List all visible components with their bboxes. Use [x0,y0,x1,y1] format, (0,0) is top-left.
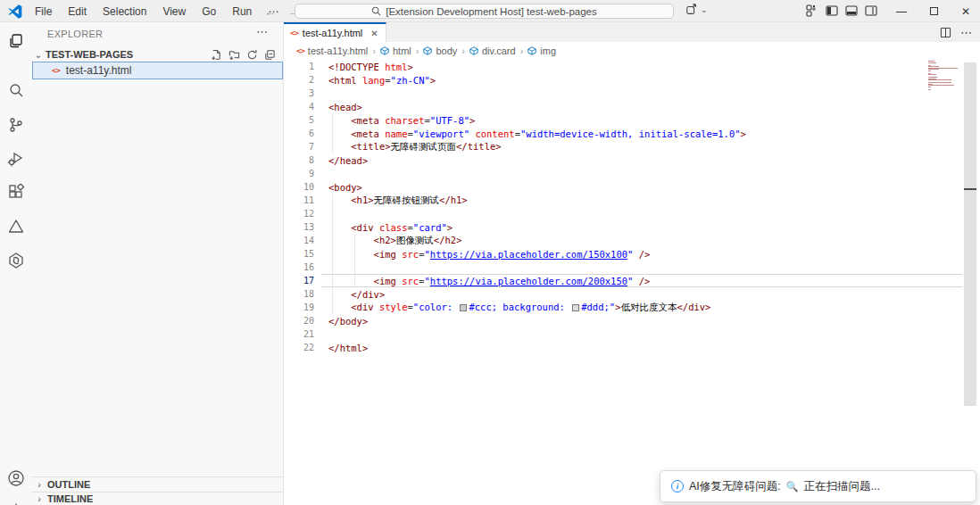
maximize-button[interactable] [918,0,950,22]
minimap-line [928,74,936,75]
extension-triangle-icon[interactable] [0,213,31,240]
line-number: 17 [284,276,314,286]
code-line-21[interactable]: 21 [284,327,980,341]
color-decorator-swatch[interactable] [460,304,467,311]
source-control-icon[interactable] [0,112,31,138]
copilot-menu[interactable]: ⌄ [685,4,708,16]
menu-item-selection[interactable]: Selection [95,3,154,21]
tab-test-a11y-html[interactable]: <> test-a11y.html ✕ [284,22,386,42]
toggle-panel-icon[interactable] [845,4,858,17]
code-line-7[interactable]: 7 <title>无障碍测试页面</title> [284,140,980,153]
code-line-14[interactable]: 14 <h2>图像测试</h2> [284,234,980,247]
customize-layout-icon[interactable] [806,4,818,17]
html-file-icon: <> [52,66,60,75]
breadcrumb-item-img[interactable]: img [527,46,556,56]
split-editor-icon[interactable] [940,27,951,38]
line-number: 10 [284,182,314,192]
breadcrumb-item-body[interactable]: body [423,46,457,56]
code-line-11[interactable]: 11 <h1>无障碍按钮测试</h1> [284,194,980,207]
vertical-scrollbar[interactable] [964,62,976,406]
toggle-primary-sidebar-icon[interactable] [826,4,838,17]
menu-item-view[interactable]: View [154,3,194,21]
chevron-right-icon: › [31,479,47,490]
code-text: </div> [328,289,385,300]
code-line-10[interactable]: 10<body> [284,180,980,194]
symbol-cube-icon [527,46,536,55]
code-text: <img src="https://via.placeholder.com/20… [328,276,650,286]
code-text: <h2>图像测试</h2> [328,235,461,247]
chevron-down-icon: ⌄ [31,50,46,60]
notification-toast[interactable]: i AI修复无障碍问题: 🔍 正在扫描问题... [660,470,976,502]
search-sidebar-icon[interactable] [0,78,31,104]
code-text: <head> [328,102,362,112]
settings-gear-icon[interactable] [0,497,31,505]
breadcrumb-separator-icon: › [461,46,465,56]
menu-item-go[interactable]: Go [194,3,224,21]
code-line-8[interactable]: 8</head> [284,153,980,167]
collapse-folders-icon[interactable] [264,49,276,61]
new-folder-icon[interactable] [228,49,240,61]
code-line-5[interactable]: 5 <meta charset="UTF-8"> [284,113,980,127]
menu-item-edit[interactable]: Edit [60,3,95,21]
file-item-test-a11y.html[interactable]: <>test-a11y.html [32,62,283,79]
command-center-search[interactable]: [Extension Development Host] test-web-pa… [295,4,674,19]
menu-item-run[interactable]: Run [224,3,260,21]
code-line-16[interactable]: 16 [284,261,980,274]
code-line-19[interactable]: 19 <div style="color: #ccc; background: … [284,301,980,314]
chevron-right-icon: › [31,493,47,504]
code-editor[interactable]: 1<!DOCTYPE html>2<html lang="zh-CN">34<h… [284,60,980,505]
back-icon[interactable]: ← [264,4,277,19]
folder-row-test-web-pages[interactable]: ⌄ TEST-WEB-PAGES [31,46,283,63]
maximize-icon [930,7,938,15]
code-line-2[interactable]: 2<html lang="zh-CN"> [284,73,980,87]
code-line-18[interactable]: 18 </div> [284,287,980,301]
code-line-1[interactable]: 1<!DOCTYPE html> [284,60,980,73]
breadcrumb-separator-icon: › [372,46,376,56]
notification-text-suffix: 正在扫描问题... [804,479,880,494]
code-line-6[interactable]: 6 <meta name="viewport" content="width=d… [284,127,980,140]
code-line-12[interactable]: 12 [284,207,980,220]
extensions-icon[interactable] [0,179,31,206]
activity-bar [0,22,31,505]
new-file-icon[interactable] [211,49,222,61]
run-debug-icon[interactable] [0,145,31,172]
code-line-20[interactable]: 20</body> [284,314,980,327]
line-number: 21 [284,329,314,339]
code-text: </body> [328,316,368,327]
html-file-icon: <> [290,29,298,37]
breadcrumb-separator-icon: › [416,46,419,56]
account-icon[interactable] [0,465,31,492]
editor-more-actions-icon[interactable]: ⋯ [960,26,973,39]
line-number: 6 [284,128,314,138]
extension-package-icon[interactable] [0,247,31,274]
explorer-icon[interactable] [0,28,31,54]
code-line-17[interactable]: 17 <img src="https://via.placeholder.com… [284,274,980,287]
menu-item-file[interactable]: File [27,3,60,21]
minimize-button[interactable]: — [885,0,918,22]
close-tab-icon[interactable]: ✕ [370,29,378,38]
code-line-4[interactable]: 4<head> [284,100,980,113]
code-line-13[interactable]: 13 <div class="card"> [284,220,980,234]
breadcrumb-item-div-card[interactable]: div.card [469,46,516,56]
outline-section[interactable]: › OUTLINE [31,476,283,492]
line-number: 3 [284,88,314,98]
code-line-9[interactable]: 9 [284,167,980,180]
breadcrumb-item-html[interactable]: html [380,46,411,56]
code-line-22[interactable]: 22</html> [284,341,980,354]
breadcrumb-item-test-a11y-html[interactable]: <>test-a11y.html [296,46,368,56]
folder-name: TEST-WEB-PAGES [46,49,133,60]
breadcrumb: <>test-a11y.html›html›body›div.card›img [284,42,980,60]
timeline-section[interactable]: › TIMELINE [31,492,283,505]
code-text: <!DOCTYPE html> [328,62,413,72]
explorer-more-actions-icon[interactable]: ⋯ [256,25,269,38]
minimap[interactable] [928,61,959,114]
code-line-3[interactable]: 3 [284,87,980,100]
line-number: 5 [284,115,314,125]
code-line-15[interactable]: 15 <img src="https://via.placeholder.com… [284,247,980,261]
refresh-icon[interactable] [246,49,258,61]
color-decorator-swatch[interactable] [572,304,579,311]
line-number: 14 [284,236,314,245]
info-icon: i [671,480,684,493]
toggle-secondary-sidebar-icon[interactable] [865,4,877,17]
close-window-button[interactable]: ✕ [950,0,980,22]
